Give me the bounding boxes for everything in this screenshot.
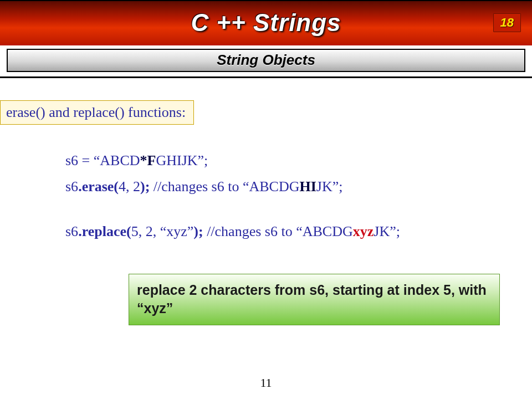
code-text: JK”; <box>374 223 400 239</box>
subtitle-container: String Objects <box>0 45 532 78</box>
code-text: ); <box>140 178 154 195</box>
code-text: .erase( <box>78 178 119 195</box>
code-text: ); <box>193 223 207 239</box>
slide-subtitle: String Objects <box>7 49 525 72</box>
code-line-1: s6 = “ABCD*FGHIJK”; <box>65 149 532 173</box>
title-banner: C ++ Strings 18 <box>0 0 532 45</box>
code-text: s6 <box>65 223 78 239</box>
code-text: GHIJK”; <box>156 152 208 168</box>
code-text-highlight: xyz <box>353 223 374 239</box>
code-text: JK”; <box>316 178 343 195</box>
section-heading: erase() and replace() functions: <box>0 100 194 125</box>
code-text: //changes s6 to “ABCDG <box>207 223 353 239</box>
code-line-2: s6.erase(4, 2); //changes s6 to “ABCDGHI… <box>65 175 532 199</box>
slide-number-badge: 18 <box>493 13 521 32</box>
page-number: 11 <box>0 376 532 390</box>
code-text: 5, 2, “xyz” <box>131 223 194 239</box>
code-text: *F <box>140 152 156 168</box>
blank-line <box>65 201 532 220</box>
code-text: s6 <box>65 178 78 195</box>
slide-title: C ++ Strings <box>0 1 532 44</box>
explanation-callout: replace 2 characters from s6, starting a… <box>129 274 500 325</box>
code-line-3: s6.replace(5, 2, “xyz”); //changes s6 to… <box>65 220 532 244</box>
code-example: s6 = “ABCD*FGHIJK”; s6.erase(4, 2); //ch… <box>65 149 532 244</box>
code-text: s6 = “ABCD <box>65 152 140 168</box>
code-text: HI <box>299 178 316 195</box>
code-text: //changes s6 to “ABCDG <box>154 178 300 195</box>
code-text: 4, 2 <box>119 178 140 195</box>
code-text: .replace( <box>78 223 131 239</box>
